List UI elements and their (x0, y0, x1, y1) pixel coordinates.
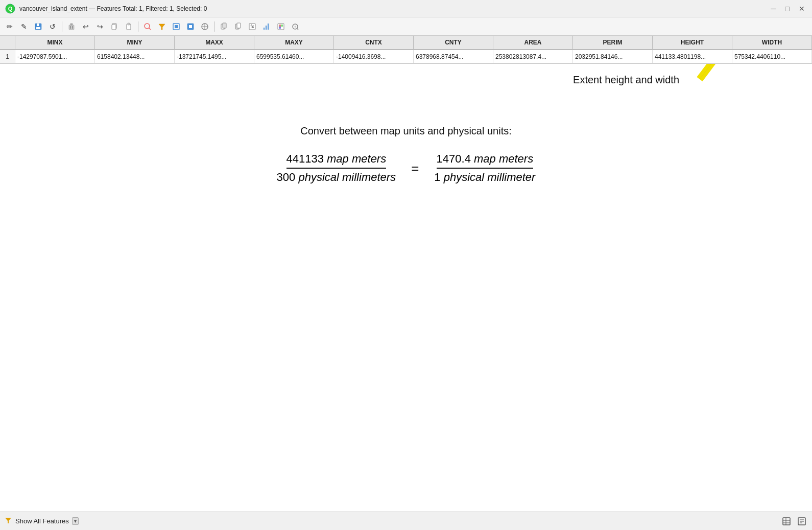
cell-miny[interactable]: 6158402.13448... (95, 50, 175, 63)
sep1 (62, 21, 62, 32)
filter-button[interactable] (155, 20, 169, 33)
svg-text:+: + (294, 25, 296, 29)
undo-button[interactable]: ↩ (79, 20, 92, 33)
save-edits-button[interactable] (32, 20, 45, 33)
status-bar-left: Show All Features ▾ (4, 516, 777, 526)
table-header: MINX MINY MAXX MAXY CNTX CNTY AREA PERIM… (0, 36, 812, 50)
window-title: vancouver_island_extent — Features Total… (19, 5, 769, 12)
svg-rect-6 (70, 24, 73, 25)
right-denominator-unit: physical millimeter (444, 171, 536, 183)
right-fraction: 1470.4 map meters 1 physical millimeter (434, 152, 535, 184)
table-row[interactable]: 1 -14297087.5901... 6158402.13448... -13… (0, 50, 812, 63)
right-numerator-value: 1470.4 (437, 152, 471, 165)
reload-button[interactable]: ↺ (46, 20, 59, 33)
left-denominator-value: 300 (277, 171, 296, 183)
left-numerator-unit: map meters (327, 152, 386, 165)
content-area: Extent height and width Convert between … (0, 64, 812, 512)
svg-rect-31 (268, 24, 269, 30)
annotation-arrow (684, 64, 746, 84)
cell-maxy[interactable]: 6599535.61460... (254, 50, 334, 63)
col-header-height[interactable]: HEIGHT (653, 36, 732, 49)
svg-rect-26 (237, 23, 241, 28)
col-header-cnty[interactable]: CNTY (414, 36, 493, 49)
sep3 (214, 21, 214, 32)
svg-rect-12 (128, 23, 130, 25)
svg-marker-42 (5, 518, 11, 523)
show-all-dropdown-button[interactable]: ▾ (72, 517, 79, 525)
zoom-to-selection-button[interactable] (141, 20, 154, 33)
field-calc-button[interactable]: fx (246, 20, 259, 33)
invert-selection-button[interactable] (184, 20, 197, 33)
svg-rect-3 (37, 24, 39, 26)
edit-pencil-button[interactable]: ✏ (3, 20, 16, 33)
svg-rect-29 (264, 28, 265, 30)
col-header-miny[interactable]: MINY (95, 36, 175, 49)
cell-maxx[interactable]: -13721745.1495... (175, 50, 254, 63)
multi-edit-button[interactable]: ✎ (17, 20, 31, 33)
expression-filter-button[interactable]: + (289, 20, 302, 33)
col-header-area[interactable]: AREA (493, 36, 573, 49)
paste-row-button[interactable] (122, 20, 135, 33)
paste-from-clipboard-button[interactable] (231, 20, 245, 33)
right-denominator-value: 1 (434, 171, 440, 183)
right-numerator-unit: map meters (474, 152, 533, 165)
svg-rect-30 (266, 26, 267, 30)
toolbar: ✏ ✎ ↺ ↩ ↪ fx + (0, 17, 812, 36)
svg-rect-5 (69, 25, 74, 30)
title-bar: Q vancouver_island_extent — Features Tot… (0, 0, 812, 17)
cell-area[interactable]: 253802813087.4... (493, 50, 573, 63)
sep2 (138, 21, 138, 32)
col-header-minx[interactable]: MINX (15, 36, 95, 49)
cell-cnty[interactable]: 6378968.87454... (414, 50, 493, 63)
show-all-features-button[interactable]: Show All Features (15, 517, 69, 525)
fraction-container: 441133 map meters 300 physical millimete… (277, 152, 536, 184)
cell-minx[interactable]: -14297087.5901... (15, 50, 95, 63)
svg-rect-10 (112, 25, 116, 30)
formula-intro-text: Convert between map units and physical u… (277, 125, 536, 137)
switch-to-form-view-button[interactable] (796, 515, 808, 527)
svg-line-14 (149, 28, 151, 30)
col-header-maxx[interactable]: MAXX (175, 36, 254, 49)
col-header-cntx[interactable]: CNTX (334, 36, 414, 49)
col-header-maxy[interactable]: MAXY (254, 36, 334, 49)
svg-rect-4 (36, 27, 40, 29)
status-bar: Show All Features ▾ (0, 512, 812, 530)
svg-rect-43 (783, 518, 790, 525)
cell-width[interactable]: 575342.4406110... (732, 50, 812, 63)
minimize-button[interactable]: ─ (769, 5, 778, 13)
right-denominator: 1 physical millimeter (434, 169, 535, 184)
left-fraction: 441133 map meters 300 physical millimete… (277, 152, 396, 184)
cell-cntx[interactable]: -14009416.3698... (334, 50, 414, 63)
svg-rect-35 (279, 27, 281, 29)
status-bar-right (780, 515, 808, 527)
col-header-perim[interactable]: PERIM (573, 36, 653, 49)
svg-text:fx: fx (250, 24, 254, 29)
svg-line-37 (297, 28, 299, 30)
pan-to-selected-button[interactable] (198, 20, 211, 33)
cell-height[interactable]: 441133.4801198... (653, 50, 732, 63)
conditional-format-button[interactable] (274, 20, 288, 33)
select-all-button[interactable] (170, 20, 183, 33)
cell-perim[interactable]: 2032951.84146... (573, 50, 653, 63)
svg-point-13 (145, 24, 150, 29)
svg-rect-34 (281, 25, 283, 27)
copy-to-clipboard-button[interactable] (217, 20, 230, 33)
statistics-button[interactable] (260, 20, 273, 33)
maximize-button[interactable]: □ (783, 5, 792, 13)
copy-row-button[interactable] (108, 20, 121, 33)
svg-rect-17 (175, 25, 178, 28)
annotation-text: Extent height and width (573, 74, 679, 86)
svg-text:Q: Q (8, 6, 13, 12)
switch-to-table-view-button[interactable] (780, 515, 793, 527)
svg-rect-24 (223, 23, 226, 28)
col-header-width[interactable]: WIDTH (732, 36, 812, 49)
app-logo: Q (5, 4, 15, 14)
left-denominator: 300 physical millimeters (277, 169, 396, 184)
redo-button[interactable]: ↪ (93, 20, 107, 33)
svg-rect-33 (279, 25, 281, 27)
svg-line-40 (700, 64, 730, 79)
delete-selected-button[interactable] (65, 20, 78, 33)
left-denominator-unit: physical millimeters (298, 171, 396, 183)
close-button[interactable]: ✕ (797, 5, 807, 13)
filter-icon (4, 516, 12, 526)
